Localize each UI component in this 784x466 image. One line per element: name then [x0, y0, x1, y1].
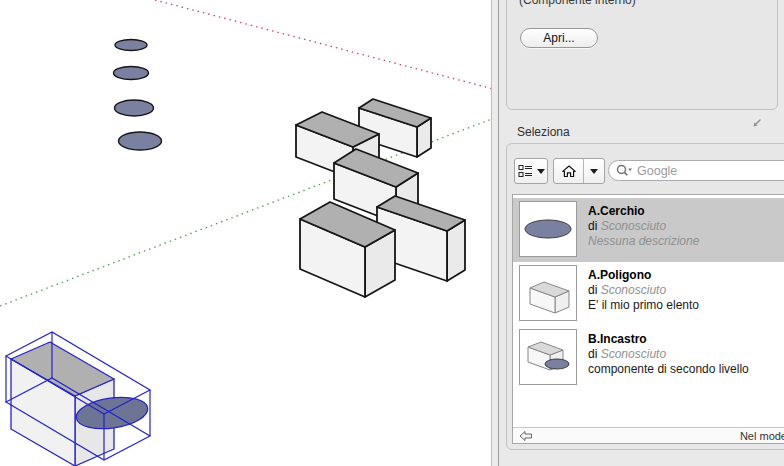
search-placeholder: Google: [637, 164, 677, 178]
component-description: componente di secondo livello: [588, 362, 749, 377]
thumbnail-ellipse: [545, 359, 569, 369]
back-arrow-icon[interactable]: [519, 430, 533, 442]
component-ellipse[interactable]: [115, 100, 154, 116]
component-info-box: (Componente interno) Apri...: [506, 0, 778, 110]
search-input[interactable]: Google: [608, 160, 784, 181]
open-button[interactable]: Apri...: [520, 28, 598, 48]
component-ellipse[interactable]: [115, 40, 147, 51]
view-options-icon: [518, 164, 533, 178]
home-icon: [561, 164, 577, 179]
home-button-group: [553, 158, 605, 184]
section-label: Seleziona: [517, 125, 570, 139]
component-author: di Sconosciuto: [588, 347, 749, 362]
list-item[interactable]: A.Poligono di Sconosciuto E' il mio prim…: [513, 262, 784, 326]
component-author: di Sconosciuto: [588, 219, 699, 234]
component-thumbnail: [519, 265, 577, 321]
component-info: A.Cerchio di Sconosciuto Nessuna descriz…: [588, 198, 699, 249]
app-window: (Componente interno) Apri... Seleziona: [0, 0, 784, 466]
component-ellipse[interactable]: [119, 132, 162, 150]
browser-toolbar: Google: [507, 158, 784, 184]
footer-scope-label: Nel modello: [740, 430, 784, 442]
home-dropdown-button[interactable]: [584, 159, 604, 183]
component-name: A.Cerchio: [588, 204, 699, 219]
selected-component[interactable]: [6, 332, 150, 466]
chevron-down-icon: [590, 169, 598, 174]
component-name: A.Poligono: [588, 268, 699, 283]
component-description: Nessuna descrizione: [588, 234, 699, 249]
component-ellipse[interactable]: [114, 67, 149, 80]
component-description: E' il mio primo elento: [588, 298, 699, 313]
detach-arrow-icon[interactable]: [751, 117, 763, 129]
home-button[interactable]: [554, 159, 584, 183]
chevron-down-icon: [537, 169, 545, 174]
component-info: A.Poligono di Sconosciuto E' il mio prim…: [588, 262, 699, 313]
list-item[interactable]: A.Cerchio di Sconosciuto Nessuna descriz…: [513, 198, 784, 262]
red-axis-line: [155, 0, 492, 90]
component-info: B.Incastro di Sconosciuto componente di …: [588, 326, 749, 377]
internal-component-label: (Componente interno): [519, 0, 636, 7]
thumbnail-box[interactable]: [530, 282, 569, 313]
viewport-3d[interactable]: [0, 0, 492, 466]
thumbnail-ellipse: [525, 220, 571, 238]
component-thumbnail: [519, 201, 577, 257]
view-options-button[interactable]: [514, 158, 548, 184]
component-name: B.Incastro: [588, 332, 749, 347]
list-footer: Nel modello: [513, 427, 784, 443]
list-item[interactable]: B.Incastro di Sconosciuto componente di …: [513, 326, 784, 390]
component-browser-box: Google A.Cerchio di Sconosciuto Nessuna …: [506, 143, 784, 450]
component-thumbnail: [519, 329, 577, 385]
search-icon[interactable]: [615, 163, 633, 178]
window-divider: [491, 0, 499, 466]
component-list: A.Cerchio di Sconosciuto Nessuna descriz…: [512, 194, 784, 444]
component-author: di Sconosciuto: [588, 283, 699, 298]
components-panel: (Componente interno) Apri... Seleziona: [499, 0, 784, 466]
